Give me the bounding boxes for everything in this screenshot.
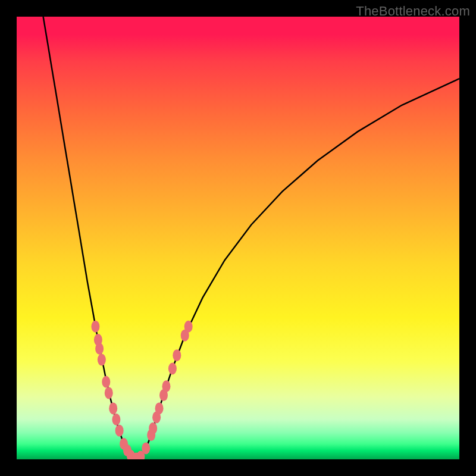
dot-highlight-dots xyxy=(102,376,110,388)
dot-highlight-dots xyxy=(149,422,157,434)
plot-area xyxy=(17,17,459,459)
watermark-text: TheBottleneck.com xyxy=(356,4,470,19)
dot-highlight-dots xyxy=(95,343,104,355)
dot-highlight-dots xyxy=(142,442,150,454)
chart-frame: TheBottleneck.com xyxy=(0,0,476,476)
curve-left-branch xyxy=(43,17,136,459)
dot-highlight-dots xyxy=(168,362,177,374)
dot-highlight-dots xyxy=(112,414,120,425)
dot-highlight-dots xyxy=(155,402,164,414)
dot-highlight-dots xyxy=(98,354,106,366)
series-layer xyxy=(43,17,459,459)
dot-highlight-dots xyxy=(162,380,170,392)
dot-highlight-dots xyxy=(115,425,124,437)
dot-highlight-dots xyxy=(109,402,117,414)
curve-right-branch xyxy=(136,79,459,459)
dot-highlight-dots xyxy=(173,349,181,361)
dot-highlight-dots xyxy=(105,387,113,399)
curves-svg xyxy=(17,17,459,459)
dot-highlight-dots xyxy=(184,321,193,333)
dot-highlight-dots xyxy=(91,321,99,333)
